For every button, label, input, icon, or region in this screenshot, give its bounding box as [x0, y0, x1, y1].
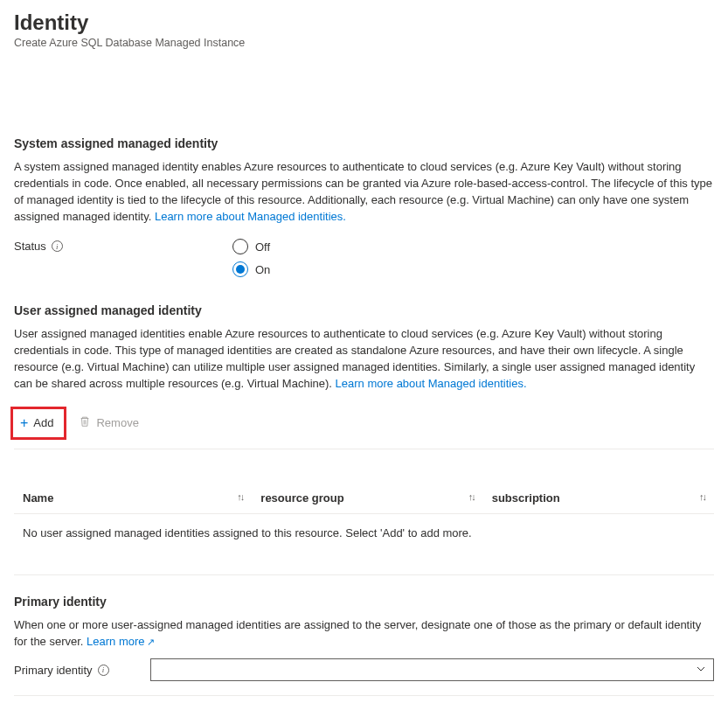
remove-button: Remove [73, 407, 143, 440]
primary-learn-link[interactable]: Learn more↗ [87, 635, 154, 648]
radio-icon [232, 261, 248, 277]
system-description: A system assigned managed identity enabl… [14, 159, 714, 225]
user-description: User assigned managed identities enable … [14, 326, 714, 392]
trash-icon [79, 415, 91, 430]
plus-icon: + [20, 416, 28, 430]
status-radio-on[interactable]: On [232, 261, 270, 277]
add-button[interactable]: + Add [15, 413, 59, 434]
primary-identity-select[interactable] [150, 658, 714, 681]
status-label: Status [14, 240, 46, 253]
primary-heading: Primary identity [14, 595, 714, 609]
info-icon[interactable]: i [98, 665, 109, 676]
divider [14, 695, 714, 696]
user-heading: User assigned managed identity [14, 303, 714, 317]
page-subtitle: Create Azure SQL Database Managed Instan… [14, 37, 714, 49]
sort-icon: ↑↓ [699, 491, 705, 502]
col-rg[interactable]: resource group↑↓ [252, 484, 482, 514]
user-learn-link[interactable]: Learn more about Managed identities. [336, 377, 527, 390]
sort-icon: ↑↓ [237, 491, 243, 502]
info-icon[interactable]: i [52, 240, 63, 252]
system-heading: System assigned managed identity [14, 136, 714, 150]
status-radio-off[interactable]: Off [232, 239, 270, 254]
primary-identity-label: Primary identity [14, 664, 93, 677]
add-highlight: + Add [10, 407, 66, 440]
radio-icon [232, 239, 248, 254]
chevron-down-icon [696, 664, 706, 677]
page-title: Identity [14, 10, 714, 35]
col-sub[interactable]: subscription↑↓ [483, 484, 714, 514]
sort-icon: ↑↓ [468, 491, 475, 502]
col-name[interactable]: Name↑↓ [14, 484, 252, 514]
identities-table: Name↑↓ resource group↑↓ subscription↑↓ N… [14, 484, 714, 575]
empty-message: No user assigned managed identities assi… [14, 513, 714, 574]
external-link-icon: ↗ [147, 637, 155, 647]
table-row: No user assigned managed identities assi… [14, 513, 714, 574]
primary-description: When one or more user-assigned managed i… [14, 617, 714, 651]
system-learn-link[interactable]: Learn more about Managed identities. [155, 210, 346, 223]
